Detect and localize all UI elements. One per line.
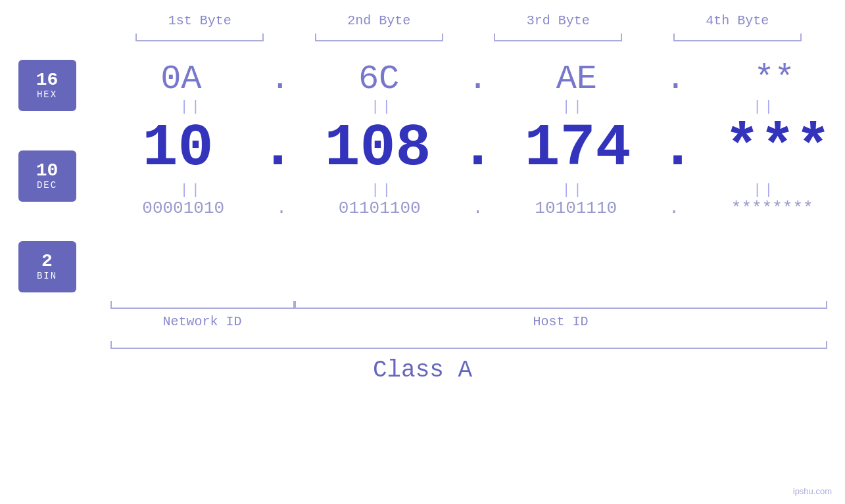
dec-val3-cell: 174 <box>496 115 660 182</box>
hex-val1-cell: 0A <box>99 60 263 99</box>
bin-dot2: . <box>473 198 483 218</box>
eq8: || <box>682 182 845 198</box>
host-bracket <box>295 296 827 309</box>
bin-label: 2 BIN <box>18 241 76 292</box>
bottom-brackets-row <box>110 296 827 309</box>
bin-val1-cell: 00001010 <box>101 198 266 218</box>
network-bracket <box>110 296 295 309</box>
hex-dot2: . <box>468 60 488 99</box>
hex-dot3: . <box>665 60 686 99</box>
hex-val4: ** <box>754 60 794 99</box>
bin-dot1: . <box>276 198 287 218</box>
id-labels-row: Network ID Host ID <box>110 314 827 329</box>
values-grid: 0A . 6C . AE . ** || || || || <box>96 60 846 292</box>
bin-val3-cell: 10101110 <box>494 198 658 218</box>
byte4-header: 4th Byte <box>671 13 803 28</box>
byte1-header: 1st Byte <box>134 13 266 28</box>
dec-dot2: . <box>460 115 496 182</box>
dec-label: 10 DEC <box>18 150 76 202</box>
hex-name: HEX <box>37 89 57 100</box>
base-labels-col: 16 HEX 10 DEC 2 BIN <box>18 60 76 292</box>
hex-label: 16 HEX <box>18 60 76 111</box>
hex-val2: 6C <box>358 60 399 99</box>
bin-number: 2 <box>41 252 53 271</box>
hex-val3: AE <box>556 60 597 99</box>
eq-row-dec-bin: || || || || <box>96 182 846 198</box>
bottom-section: Network ID Host ID Class A <box>18 296 827 384</box>
eq4: || <box>682 99 845 115</box>
host-id-label: Host ID <box>295 314 827 329</box>
bracket-byte3 <box>494 34 622 47</box>
dec-val1: 10 <box>142 115 213 182</box>
bin-dot3: . <box>669 198 679 218</box>
bin-val2: 01101100 <box>339 198 421 218</box>
large-bottom-bracket <box>110 336 827 349</box>
bin-val4: ******** <box>731 198 813 218</box>
byte3-header: 3rd Byte <box>493 13 624 28</box>
bin-val1: 00001010 <box>142 198 224 218</box>
eq6: || <box>300 182 464 198</box>
hex-val3-cell: AE <box>495 60 659 99</box>
eq5: || <box>109 182 274 198</box>
eq-row-hex-dec: || || || || <box>96 99 846 115</box>
dec-dot1: . <box>260 115 296 182</box>
dec-val4-cell: *** <box>696 115 845 182</box>
main-content: 16 HEX 10 DEC 2 BIN 0A . 6C <box>18 60 827 292</box>
hex-val1: 0A <box>160 60 201 99</box>
dec-val2: 108 <box>325 115 431 182</box>
main-container: 1st Byte 2nd Byte 3rd Byte 4th Byte 16 H… <box>0 0 845 504</box>
top-brackets <box>110 34 827 47</box>
eq3: || <box>491 99 656 115</box>
eq2: || <box>300 99 464 115</box>
bin-val4-cell: ******** <box>690 198 845 218</box>
dec-val3: 174 <box>525 115 631 182</box>
watermark: ipshu.com <box>793 486 832 496</box>
bin-val3: 10101110 <box>535 198 617 218</box>
dec-row: 10 . 108 . 174 . *** <box>96 115 846 182</box>
byte2-header: 2nd Byte <box>313 13 445 28</box>
dec-dot3: . <box>660 115 696 182</box>
bracket-byte4 <box>673 34 802 47</box>
byte-headers-row: 1st Byte 2nd Byte 3rd Byte 4th Byte <box>110 13 827 28</box>
dec-name: DEC <box>37 180 57 191</box>
eq1: || <box>109 99 274 115</box>
bin-row: 00001010 . 01101100 . 10101110 . *******… <box>96 198 846 218</box>
hex-row: 0A . 6C . AE . ** <box>96 60 846 99</box>
bin-name: BIN <box>37 271 57 281</box>
dec-val1-cell: 10 <box>96 115 260 182</box>
bracket-byte2 <box>315 34 443 47</box>
hex-number: 16 <box>36 71 59 89</box>
bin-val2-cell: 01101100 <box>297 198 462 218</box>
dec-val4: *** <box>725 115 831 182</box>
hex-val2-cell: 6C <box>297 60 461 99</box>
dec-val2-cell: 108 <box>296 115 460 182</box>
bracket-byte1 <box>135 34 264 47</box>
network-id-label: Network ID <box>110 314 295 329</box>
class-label: Class A <box>18 357 827 384</box>
dec-number: 10 <box>36 162 59 180</box>
hex-dot1: . <box>270 60 290 99</box>
eq7: || <box>491 182 656 198</box>
hex-val4-cell: ** <box>692 60 845 99</box>
